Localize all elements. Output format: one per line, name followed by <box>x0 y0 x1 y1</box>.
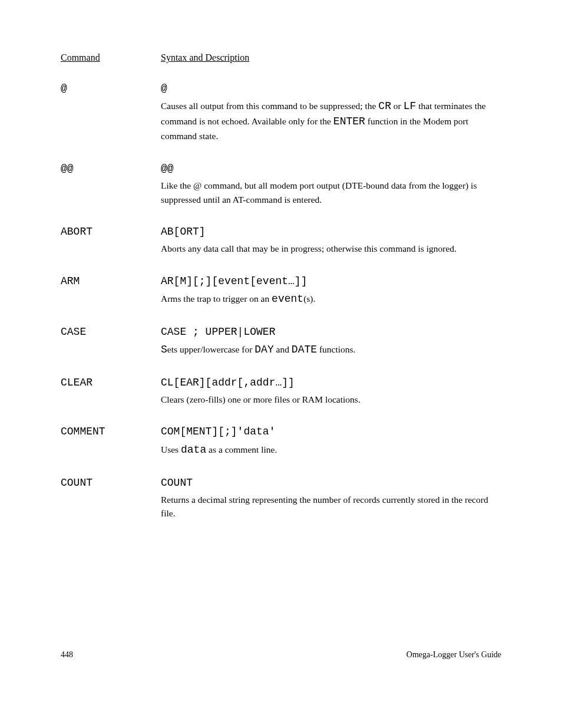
command-body: AB[ORT]Aborts any data call that may be … <box>161 224 501 256</box>
command-entry: @@Causes all output from this command to… <box>61 81 501 143</box>
command-body: CASE ; UPPER|LOWERSets upper/lowercase f… <box>161 324 501 357</box>
command-name: ARM <box>61 274 161 307</box>
inline-code: event <box>272 293 303 305</box>
desc-text: as a comment line. <box>206 444 277 454</box>
command-body: CL[EAR][addr[,addr…]]Clears (zero-fills)… <box>161 375 501 407</box>
command-syntax: CASE ; UPPER|LOWER <box>161 324 501 340</box>
command-body: @@Like the @ command, but all modem port… <box>161 161 501 206</box>
desc-text: ets upper/lowercase for <box>167 344 254 354</box>
command-name: COMMENT <box>61 424 161 457</box>
desc-text: Aborts any data call that may be in prog… <box>161 243 457 253</box>
command-description: Like the @ command, but all modem port o… <box>161 179 501 206</box>
desc-text: functions. <box>317 344 355 354</box>
command-body: AR[M][;][event[event…]]Arms the trap to … <box>161 274 501 307</box>
desc-text: and <box>274 344 292 354</box>
command-list: @@Causes all output from this command to… <box>61 81 501 521</box>
command-description: Clears (zero-fills) one or more files or… <box>161 393 501 406</box>
inline-code: data <box>181 444 206 456</box>
command-body: COUNTReturns a decimal string representi… <box>161 475 501 521</box>
desc-text: Returns a decimal string representing th… <box>161 495 488 518</box>
inline-code: ENTER <box>333 116 365 127</box>
command-entry: @@@@Like the @ command, but all modem po… <box>61 161 501 206</box>
table-header: Command Syntax and Description <box>61 52 501 63</box>
command-syntax: @@ <box>161 161 501 176</box>
inline-code: DAY <box>254 344 273 355</box>
command-name: @@ <box>61 161 161 206</box>
command-description: Causes all output from this command to b… <box>161 98 501 143</box>
command-syntax: COUNT <box>161 475 501 490</box>
command-name: CLEAR <box>61 375 161 407</box>
command-name: CASE <box>61 324 161 357</box>
command-syntax: AB[ORT] <box>161 224 501 239</box>
command-name: @ <box>61 81 161 143</box>
command-description: Returns a decimal string representing th… <box>161 493 501 521</box>
command-syntax: CL[EAR][addr[,addr…]] <box>161 375 501 390</box>
inline-code: DATE <box>292 344 317 355</box>
command-description: Uses data as a comment line. <box>161 442 501 457</box>
command-description: Arms the trap to trigger on an event(s). <box>161 291 501 307</box>
inline-code: LF <box>404 100 416 112</box>
command-name: COUNT <box>61 475 161 521</box>
command-entry: CLEARCL[EAR][addr[,addr…]]Clears (zero-f… <box>61 375 501 407</box>
command-syntax: COM[MENT][;]'data' <box>161 424 501 439</box>
command-entry: CASECASE ; UPPER|LOWERSets upper/lowerca… <box>61 324 501 357</box>
command-syntax: @ <box>161 81 501 96</box>
command-body: COM[MENT][;]'data'Uses data as a comment… <box>161 424 501 457</box>
inline-code: CR <box>378 100 391 112</box>
command-entry: ARMAR[M][;][event[event…]]Arms the trap … <box>61 274 501 307</box>
command-name: ABORT <box>61 224 161 256</box>
footer: 448 Omega-Logger User's Guide <box>61 650 501 660</box>
command-body: @Causes all output from this command to … <box>161 81 501 143</box>
footer-title: Omega-Logger User's Guide <box>406 650 501 660</box>
header-syntax: Syntax and Description <box>161 52 501 63</box>
command-description: Aborts any data call that may be in prog… <box>161 242 501 255</box>
inline-code: S <box>161 344 167 355</box>
command-entry: COMMENTCOM[MENT][;]'data'Uses data as a … <box>61 424 501 457</box>
desc-text: Uses <box>161 444 181 454</box>
command-entry: ABORTAB[ORT]Aborts any data call that ma… <box>61 224 501 256</box>
desc-text: (s). <box>303 294 315 304</box>
desc-text: or <box>391 101 404 111</box>
command-syntax: AR[M][;][event[event…]] <box>161 274 501 289</box>
command-entry: COUNTCOUNTReturns a decimal string repre… <box>61 475 501 521</box>
page-number: 448 <box>61 650 73 660</box>
document-page: Command Syntax and Description @@Causes … <box>0 0 562 695</box>
desc-text: Like the @ command, but all modem port o… <box>161 180 477 204</box>
desc-text: Clears (zero-fills) one or more files or… <box>161 394 361 404</box>
header-command: Command <box>61 52 161 63</box>
desc-text: Arms the trap to trigger on an <box>161 294 272 304</box>
desc-text: Causes all output from this command to b… <box>161 101 378 111</box>
command-description: Sets upper/lowercase for DAY and DATE fu… <box>161 342 501 357</box>
